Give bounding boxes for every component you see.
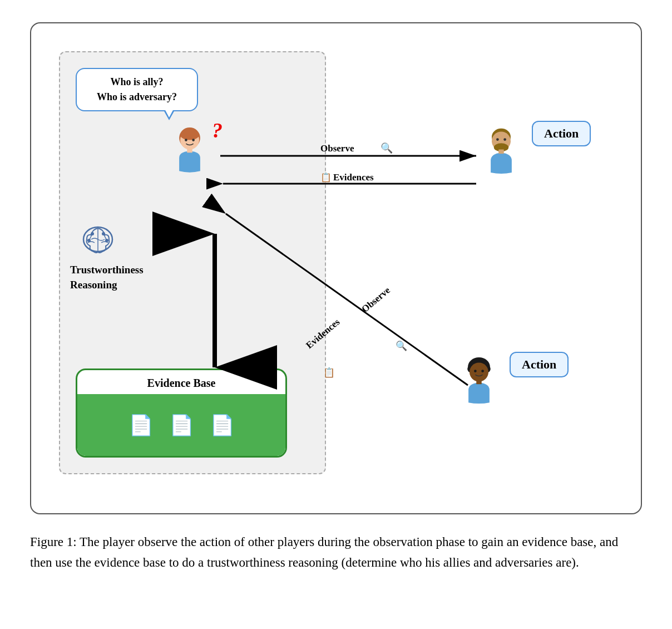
trustworthiness-text: Trustworthiness Reasoning bbox=[70, 263, 159, 292]
svg-rect-19 bbox=[476, 380, 481, 385]
speech-line2: Who is adversary? bbox=[97, 91, 177, 102]
svg-rect-5 bbox=[187, 149, 192, 153]
speech-bubble: Who is ally? Who is adversary? bbox=[76, 68, 198, 111]
doc-icon-3: 📄 bbox=[210, 414, 235, 437]
brain-icon bbox=[81, 224, 115, 261]
observe-label-diagonal: Observe bbox=[359, 284, 392, 314]
question-mark: ? bbox=[212, 118, 223, 142]
svg-rect-11 bbox=[498, 150, 503, 154]
svg-point-10 bbox=[503, 138, 506, 141]
doc-icon-2: 📄 bbox=[169, 414, 194, 437]
svg-point-17 bbox=[474, 370, 477, 372]
diagram-container: Who is ally? Who is adversary? ? bbox=[30, 22, 642, 514]
svg-point-9 bbox=[496, 138, 499, 141]
doc-icon-1: 📄 bbox=[129, 414, 154, 437]
diagram-inner: Who is ally? Who is adversary? ? bbox=[48, 40, 624, 497]
main-player-avatar bbox=[170, 126, 209, 176]
evidence-base-label: Evidence Base bbox=[147, 370, 216, 394]
evidences-label-top: Evidences bbox=[333, 172, 374, 183]
action-bubble-top: Action bbox=[532, 121, 591, 146]
magnifier-diagonal: 🔍 bbox=[396, 340, 408, 352]
svg-point-3 bbox=[185, 139, 187, 141]
right-bottom-player-avatar bbox=[459, 357, 498, 407]
right-top-player-avatar bbox=[482, 126, 521, 176]
action-bubble-bottom: Action bbox=[510, 352, 569, 377]
svg-point-4 bbox=[192, 139, 195, 141]
evidence-base-box: Evidence Base 📄 📄 📄 bbox=[76, 368, 287, 458]
svg-text:🔍: 🔍 bbox=[381, 142, 393, 154]
svg-point-16 bbox=[470, 362, 488, 381]
svg-point-18 bbox=[481, 370, 484, 372]
speech-line1: Who is ally? bbox=[110, 76, 163, 87]
svg-point-2 bbox=[180, 130, 199, 140]
evidence-base-icons: 📄 📄 📄 bbox=[77, 394, 285, 456]
figure-caption: Figure 1: The player observe the action … bbox=[30, 532, 642, 573]
